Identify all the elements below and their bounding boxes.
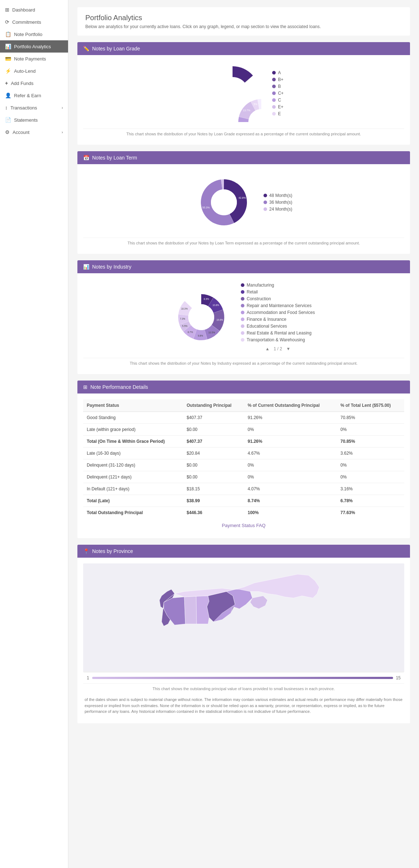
col-payment-status: Payment Status xyxy=(83,399,183,412)
svg-text:42.8%: 42.8% xyxy=(238,196,246,199)
svg-point-20 xyxy=(188,304,214,330)
noteportfolio-icon xyxy=(5,31,11,37)
sidebar-item-transactions[interactable]: Transactions › xyxy=(0,102,68,114)
sidebar-item-dashboard[interactable]: Dashboard xyxy=(0,4,68,16)
legend-item-realestate[interactable]: Real Estate & Rental and Leasing xyxy=(241,330,315,336)
legend-item-48m[interactable]: 48 Month(s) xyxy=(263,193,292,198)
legend-label-transport: Transportation & Warehousing xyxy=(247,337,305,342)
addfunds-icon xyxy=(5,80,8,86)
industry-header-label: Notes by Industry xyxy=(92,264,131,270)
loan-term-donut[interactable]: 42.8%55.3% xyxy=(195,174,253,231)
loan-term-card: 📅 Notes by Loan Term 42.8%55.3% 48 Month… xyxy=(77,151,410,254)
sidebar-item-refer[interactable]: Refer & Earn xyxy=(0,89,68,102)
legend-label-realestate: Real Estate & Rental and Leasing xyxy=(247,330,311,336)
legend-dot-eplus xyxy=(272,105,276,109)
sidebar-item-auto-lend[interactable]: Auto-Lend xyxy=(0,65,68,77)
loan-grade-donut-svg: 13.6%23.8%22.8%18.5%13.7%5% xyxy=(204,64,261,122)
legend-item-b[interactable]: B xyxy=(272,84,284,89)
sidebar-item-statements[interactable]: Statements xyxy=(0,114,68,126)
legend-item-construction[interactable]: Construction xyxy=(241,296,315,301)
province-card: 📍 Notes by Province xyxy=(77,545,410,723)
svg-point-10 xyxy=(211,189,237,215)
sidebar-item-note-payments[interactable]: Note Payments xyxy=(0,53,68,65)
province-atlantic[interactable] xyxy=(250,596,267,609)
svg-text:10.3%: 10.3% xyxy=(181,307,188,310)
legend-dot-repair xyxy=(241,304,244,307)
main-content: Portfolio Analytics Below are analytics … xyxy=(68,0,419,868)
legend-item-e[interactable]: E xyxy=(272,111,284,116)
legend-dot-e xyxy=(272,112,276,116)
loan-term-svg: 42.8%55.3% xyxy=(195,174,253,231)
sidebar-item-add-funds[interactable]: Add Funds xyxy=(0,77,68,89)
range-track xyxy=(92,677,393,679)
industry-body: 8.9%10.8%15.6%10.5%9.8%8.7%5.5%7.3%10.3%… xyxy=(77,273,410,374)
loan-grade-note: This chart shows the distribution of you… xyxy=(83,129,404,139)
performance-table: Payment Status Outstanding Principal % o… xyxy=(83,399,404,518)
loan-grade-header-icon: ✏️ xyxy=(83,46,89,51)
sidebar-label-payments: Note Payments xyxy=(14,56,46,62)
sidebar-item-note-portfolio[interactable]: Note Portfolio xyxy=(0,28,68,40)
table-row: Delinquent (31-120 days)$0.000%0% xyxy=(83,459,404,471)
industry-svg: 8.9%10.8%15.6%10.5%9.8%8.7%5.5%7.3%10.3% xyxy=(172,288,230,346)
performance-card: ⊞ Note Performance Details Payment Statu… xyxy=(77,381,410,538)
legend-dot-24m xyxy=(263,207,267,211)
sidebar-item-commitments[interactable]: Commitments xyxy=(0,16,68,28)
legend-item-accommodation[interactable]: Accommodation and Food Services xyxy=(241,310,315,315)
industry-legend: Manufacturing Retail Construction Repair… xyxy=(241,283,315,351)
svg-text:5%: 5% xyxy=(254,103,258,106)
province-map[interactable] xyxy=(83,563,404,673)
province-header: 📍 Notes by Province xyxy=(77,545,410,558)
legend-item-finance[interactable]: Finance & Insurance xyxy=(241,317,315,322)
province-header-label: Notes by Province xyxy=(92,548,133,554)
legend-item-bplus[interactable]: B+ xyxy=(272,77,284,82)
legend-item-manufacturing[interactable]: Manufacturing xyxy=(241,283,315,288)
legend-item-retail[interactable]: Retail xyxy=(241,289,315,294)
legend-dot-education xyxy=(241,324,244,328)
svg-text:55.3%: 55.3% xyxy=(202,206,210,209)
svg-text:9.8%: 9.8% xyxy=(198,334,203,337)
province-mb[interactable] xyxy=(196,596,209,624)
legend-label-c: C xyxy=(278,98,281,103)
next-page-icon[interactable]: ▼ xyxy=(286,346,290,351)
province-sk[interactable] xyxy=(184,596,197,624)
legend-item-36m[interactable]: 36 Month(s) xyxy=(263,200,292,205)
province-disclaimer: of the dates shown and is subject to mat… xyxy=(83,694,404,718)
legend-item-education[interactable]: Educational Services xyxy=(241,324,315,329)
account-arrow-icon: › xyxy=(62,130,63,134)
sidebar-label-commitments: Commitments xyxy=(12,19,41,25)
legend-dot-36m xyxy=(263,201,267,204)
legend-label-repair: Repair and Maintenance Services xyxy=(247,303,311,308)
table-row: Total (On Time & Within Grace Period)$40… xyxy=(83,436,404,448)
sidebar-label-analytics: Portfolio Analytics xyxy=(14,44,51,49)
legend-label-cplus: C+ xyxy=(278,91,284,96)
legend-item-eplus[interactable]: E+ xyxy=(272,104,284,109)
sidebar-item-portfolio-analytics[interactable]: Portfolio Analytics xyxy=(0,40,68,53)
sidebar-label-addfunds: Add Funds xyxy=(11,81,33,86)
account-icon xyxy=(5,129,10,135)
col-pct-total: % of Total Lent ($575.00) xyxy=(337,399,404,412)
table-row: Total (Late)$38.998.74%6.78% xyxy=(83,495,404,507)
prev-page-icon[interactable]: ▲ xyxy=(265,346,270,351)
payments-icon xyxy=(5,56,11,62)
legend-item-c[interactable]: C xyxy=(272,98,284,103)
legend-dot-c xyxy=(272,98,276,102)
industry-donut[interactable]: 8.9%10.8%15.6%10.5%9.8%8.7%5.5%7.3%10.3% xyxy=(172,288,230,346)
legend-label-eplus: E+ xyxy=(278,104,283,109)
sidebar: Dashboard Commitments Note Portfolio Por… xyxy=(0,0,68,868)
loan-term-header: 📅 Notes by Loan Term xyxy=(77,151,410,164)
legend-item-cplus[interactable]: C+ xyxy=(272,91,284,96)
transactions-icon xyxy=(5,105,8,111)
legend-item-transport[interactable]: Transportation & Warehousing xyxy=(241,337,315,342)
autolend-icon xyxy=(5,68,11,74)
legend-item-24m[interactable]: 24 Month(s) xyxy=(263,207,292,212)
loan-grade-chart-section: 13.6%23.8%22.8%18.5%13.7%5% A B+ xyxy=(83,61,404,126)
industry-card: 📊 Notes by Industry 8.9%10.8%15.6%10.5%9… xyxy=(77,260,410,374)
sidebar-item-account[interactable]: Account › xyxy=(0,126,68,138)
faq-link[interactable]: Payment Status FAQ xyxy=(83,518,404,532)
legend-item-a[interactable]: A xyxy=(272,70,284,75)
loan-grade-donut[interactable]: 13.6%23.8%22.8%18.5%13.7%5% xyxy=(204,64,261,122)
legend-label-manufacturing: Manufacturing xyxy=(247,283,274,288)
legend-item-repair[interactable]: Repair and Maintenance Services xyxy=(241,303,315,308)
legend-dot-bplus xyxy=(272,78,276,81)
sidebar-label-noteportfolio: Note Portfolio xyxy=(14,32,42,37)
